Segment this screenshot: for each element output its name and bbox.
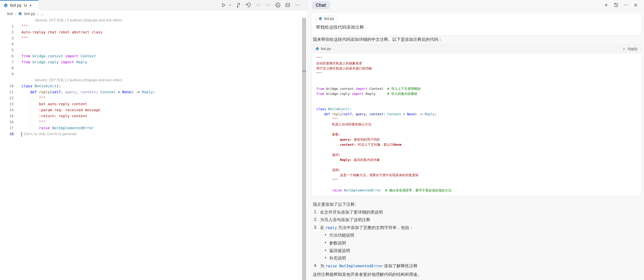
run-dropdown-button[interactable] [228,2,232,8]
code-line: 14 :param req: received message [0,107,307,113]
history-button[interactable] [612,1,620,9]
line-number: 10 [0,83,14,89]
split-editor-button[interactable] [284,2,291,8]
close-panel-button[interactable] [632,1,640,9]
code-line: 自动回复聊天机器人的抽象基类 [316,61,637,66]
code-line: 说明: [316,167,637,173]
line-number: 6 [0,53,14,59]
line-number: 11 [0,89,14,95]
code-line [316,162,637,167]
line-number: 4 [0,41,14,47]
user-message-text: 帮我给这段代码添加注释 [316,24,637,30]
chevron-down-icon [228,3,232,7]
unsaved-dot-icon[interactable]: ● [30,4,31,7]
apply-button-label: Apply [628,46,638,51]
next-revision-button[interactable] [264,2,272,8]
breadcrumb-more[interactable]: ... [41,11,44,16]
line-number: 14 [0,107,14,113]
breadcrumb-file[interactable]: bot.py [24,11,35,16]
code-line: 17 raise NotImplementedError [0,125,307,131]
more-actions-button[interactable] [294,2,301,8]
python-icon [319,17,322,20]
editor-pane: bot.py M ● [0,0,307,280]
commit-graph-icon [275,2,281,8]
code-line: 3""" [0,35,307,41]
code-line [316,81,637,86]
code-line: 返回: [316,152,637,157]
tab-filename: bot.py [10,3,22,8]
code-line: from bridge.reply import Reply # 导入回复内容模… [316,91,637,96]
new-chat-button[interactable] [602,1,610,9]
line-number: 5 [0,47,14,53]
bullet-icon: • [325,240,326,245]
code-line: class Bot(object): [316,107,637,112]
code-line: query: 接收到的用户消息 [316,137,637,142]
code-line: 1""" [0,23,307,29]
code-line: 8 [0,65,307,71]
list-item: 在文件开头添加了更详细的类说明 [320,209,383,215]
apply-button[interactable]: Apply [622,46,638,51]
code-editor[interactable]: lanvent, 23个月前 | 2 authors (zhayujie and… [0,17,307,137]
code-line: 5 [0,47,307,53]
tab-botpy[interactable]: bot.py M ● [0,0,38,10]
chat-header-icons [602,1,640,9]
file-chip[interactable]: bot.py [316,15,337,22]
code-line: 18Ctrl+L to chat, Ctrl+K to generate [0,131,307,137]
line-number: 12 [0,95,14,101]
more-options-button[interactable] [622,1,630,9]
line-number: 7 [0,59,14,65]
text-cursor [22,132,22,137]
run-button[interactable] [220,2,227,8]
editor-tab-bar: bot.py M ● [0,0,307,10]
line-number: 2 [0,29,14,35]
breadcrumb-folder[interactable]: bot [7,11,13,16]
user-message: bot.py 帮我给这段代码添加注释 [311,13,642,35]
bullet-item: 方法功能说明 [329,232,354,238]
code-line: context: 对话上下文对象，默认为None [316,142,637,147]
ellipsis-icon [295,2,300,8]
split-editor-icon [285,2,291,8]
code-line: """ [316,178,637,183]
code-line: 16 """ [0,119,307,125]
plus-icon [604,2,609,8]
circle-right-arrow-icon [265,2,271,8]
code-line: 2Auto-replay chat robot abstract class [0,29,307,35]
python-icon [4,3,8,8]
file-chip-label: bot.py [324,16,334,21]
bullet-icon: • [325,255,326,260]
code-line: 7from bridge.reply import Reply [0,59,307,65]
bullet-icon: • [325,232,326,237]
bullet-item: 参数说明 [329,240,346,246]
previous-revision-button[interactable] [245,2,252,8]
open-changes-button[interactable] [235,2,242,8]
revision-dash-button[interactable] [255,2,262,8]
list-item-number: 4. [314,263,317,268]
file-graph-button[interactable] [274,2,281,8]
inline-chat-hint: Ctrl+L to chat, Ctrl+K to generate [24,132,77,136]
close-icon [633,2,638,8]
code-line: Reply: 返回回复内容对象 [316,157,637,162]
code-line [316,96,637,101]
blame-annotation: lanvent, 23个月前 | 2 authors (zhayujie and… [0,77,307,83]
code-line: 用于定义聊天机器人的基本接口和功能 [316,66,637,71]
code-line: 9 [0,71,307,77]
code-line [316,101,637,107]
bullet-item: 返回值说明 [329,248,350,254]
bullet-icon: • [325,248,326,253]
code-line: 4 [0,41,307,47]
code-line: 6from bridge.context import Context [0,53,307,59]
line-number: 1 [0,23,14,29]
code-block-content: """自动回复聊天机器人的抽象基类用于定义聊天机器人的基本接口和功能"""fro… [312,53,642,195]
python-icon [316,47,319,51]
summary-title: 我主要添加了以下注释: [313,202,356,207]
list-item-number: 3. [314,225,317,230]
code-line [316,147,637,152]
code-line: raise NotImplementedError # 抛出未实现异常，要求子类… [316,188,637,193]
line-number: 9 [0,71,14,77]
line-number: 16 [0,119,14,125]
editor-scrollbar[interactable] [302,18,306,280]
app-window: bot.py M ● [0,0,644,280]
line-number [0,17,14,23]
code-line: 10class Bot(object): [0,83,307,89]
tab-chat[interactable]: Chat [312,1,330,9]
